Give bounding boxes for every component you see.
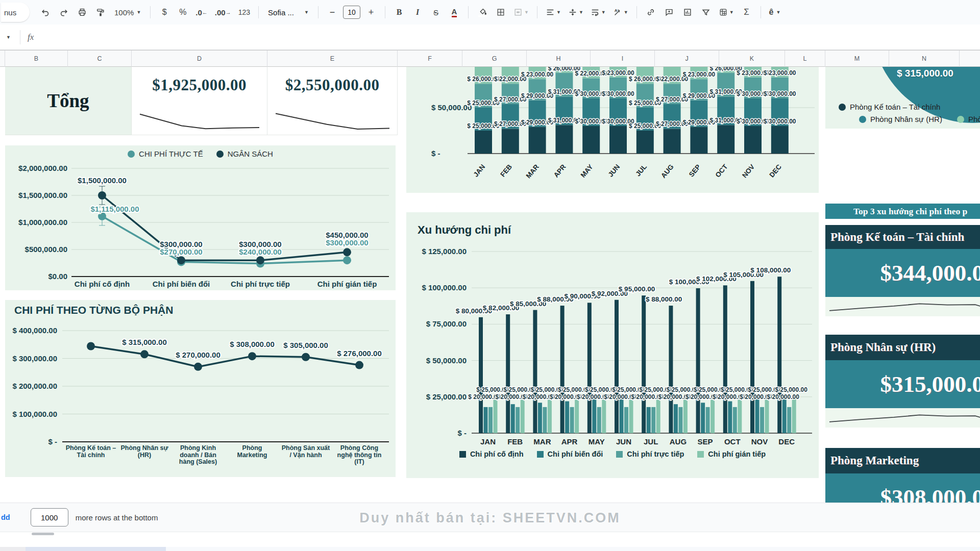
- chart-label: $0.00: [48, 272, 67, 281]
- italic-button[interactable]: I: [410, 5, 425, 20]
- increase-decimal-button[interactable]: .00→: [213, 5, 233, 20]
- fill-color-button[interactable]: [475, 5, 490, 20]
- decrease-decimal-button[interactable]: .0←: [193, 5, 210, 20]
- divider: [761, 6, 761, 18]
- more-formats-button[interactable]: 123: [236, 5, 252, 20]
- text-color-button[interactable]: A: [447, 5, 462, 20]
- column-header-H[interactable]: H: [527, 51, 591, 67]
- column-headers: BCDEFGHIJKLMN: [0, 50, 980, 67]
- font-select[interactable]: Sofia ... ▼: [265, 8, 312, 17]
- x-tick: FEB: [499, 163, 513, 179]
- chart-label: $ 25,000.00: [775, 386, 807, 393]
- chart-label: $ 23,000.00: [764, 69, 796, 77]
- department-share-chart[interactable]: $ 315,000.00 Phòng Kế toán – Tài chínhPh…: [825, 67, 980, 129]
- formula-bar[interactable]: ▼ fx: [0, 24, 980, 50]
- increase-font-size-button[interactable]: +: [363, 5, 379, 20]
- font-name: Sofia ...: [268, 8, 294, 17]
- column-header-D[interactable]: D: [132, 51, 267, 67]
- watermark: Duy nhất bán tại: SHEETVN.COM: [0, 510, 980, 526]
- total-actual-cell[interactable]: $1,925,000.00: [132, 67, 267, 135]
- total-budget-cell[interactable]: $2,550,000.00: [267, 67, 398, 135]
- column-header-K[interactable]: K: [719, 51, 785, 67]
- legend-square-icon: [537, 451, 544, 458]
- bar: [511, 404, 515, 433]
- merge-cells-button[interactable]: ▼: [511, 5, 531, 20]
- text-rotation-button[interactable]: A▼: [611, 5, 630, 20]
- bar: [738, 397, 742, 433]
- column-header-J[interactable]: J: [655, 51, 719, 67]
- tab-strip-corner: [0, 547, 26, 551]
- bar: [669, 306, 673, 433]
- format-currency-button[interactable]: $: [157, 5, 172, 20]
- totals-label-cell[interactable]: Tổng: [5, 67, 132, 135]
- chart-label: $1,500,000.00: [18, 191, 67, 199]
- decrease-font-size-button[interactable]: −: [325, 5, 340, 20]
- x-tick: DEC: [768, 163, 783, 179]
- legend-label: Phòng Nhân sự (HR): [870, 115, 942, 123]
- bar: [506, 314, 510, 433]
- input-tools-button[interactable]: ê▼: [767, 5, 783, 20]
- bar-segment: [475, 131, 492, 154]
- functions-button[interactable]: Σ: [739, 5, 754, 20]
- name-box-chevron-icon[interactable]: ▼: [6, 35, 11, 40]
- chart-label: DEC: [778, 437, 795, 446]
- stacked-monthly-chart[interactable]: $ 50,000.00$ -$ 25,000.00$ 25,000.00$ 26…: [406, 67, 819, 193]
- format-percent-button[interactable]: %: [175, 5, 190, 20]
- chart-label: $ 400,000.00: [12, 326, 57, 335]
- insert-chart-icon[interactable]: [680, 5, 695, 20]
- budget-vs-actual-chart[interactable]: CHI PHÍ THỰC TẾNGÂN SÁCH $2,000,000.00$1…: [5, 145, 396, 290]
- bottom-strip: [0, 532, 980, 547]
- bold-button[interactable]: B: [391, 5, 407, 20]
- horizontal-scrollbar[interactable]: [32, 533, 54, 535]
- pivot-table-button[interactable]: ▼: [717, 5, 736, 20]
- borders-button[interactable]: [493, 5, 508, 20]
- bar: [787, 407, 791, 433]
- sparkline: [140, 114, 259, 129]
- stacked-chart-svg: $ 50,000.00$ -$ 25,000.00$ 25,000.00$ 26…: [406, 67, 819, 193]
- department-costs-chart[interactable]: CHI PHÍ THEO TỪNG BỘ PHẬN $ 400,000.00$ …: [5, 300, 396, 477]
- column-header-N[interactable]: N: [889, 51, 960, 67]
- column-header-F[interactable]: F: [398, 51, 462, 67]
- column-header-B[interactable]: B: [5, 51, 68, 67]
- top3-card[interactable]: Phòng Kế toán – Tài chính $344,000.00: [825, 225, 980, 316]
- chart-label: $240,000.00: [239, 247, 281, 256]
- horizontal-align-button[interactable]: ▼: [544, 5, 563, 20]
- menus-search-fragment[interactable]: nus: [1, 3, 30, 22]
- font-size-input[interactable]: 10: [343, 6, 360, 19]
- dept-chart-svg: $ 400,000.00$ 300,000.00$ 200,000.00$ 10…: [5, 300, 396, 477]
- column-header-G[interactable]: G: [462, 51, 527, 67]
- text-wrap-button[interactable]: ▼: [589, 5, 608, 20]
- bar: [674, 404, 678, 433]
- column-header-L[interactable]: L: [785, 51, 825, 67]
- x-tick: MAY: [579, 163, 595, 179]
- print-icon[interactable]: [75, 5, 90, 20]
- bar: [728, 402, 732, 433]
- cost-trend-chart[interactable]: Xu hướng chi phí $ 125,000.00$ 100,000.0…: [406, 212, 819, 478]
- legend-square-icon: [459, 451, 466, 458]
- insert-comment-icon[interactable]: [662, 5, 677, 20]
- column-header-M[interactable]: M: [825, 51, 889, 67]
- active-sheet-tab[interactable]: [26, 547, 166, 551]
- sheet-grid[interactable]: Tổng $1,925,000.00 $2,550,000.00 $ 50,00…: [0, 67, 980, 503]
- chart-label: $ 315,000.00: [122, 338, 167, 346]
- paint-format-icon[interactable]: [93, 5, 108, 20]
- legend-item: Chi phí biến đổi: [537, 450, 603, 458]
- vertical-align-button[interactable]: ▼: [566, 5, 585, 20]
- chart-label: $ 276,000.00: [337, 349, 382, 358]
- filter-icon[interactable]: [698, 5, 714, 20]
- top3-cards: Phòng Kế toán – Tài chính $344,000.00 Ph…: [825, 225, 980, 541]
- trend-chart-svg: $ 125,000.00$ 100,000.00$ 75,000.00$ 50,…: [406, 212, 819, 478]
- chart-label: hàng (Sales): [179, 458, 217, 465]
- divider: [636, 6, 637, 18]
- column-header-E[interactable]: E: [267, 51, 398, 67]
- chart-label: Chi phí biến đổi: [153, 280, 210, 288]
- column-header-C[interactable]: C: [68, 51, 132, 67]
- bar: [656, 397, 660, 433]
- redo-button[interactable]: [56, 5, 71, 20]
- zoom-select[interactable]: 100% ▼: [111, 8, 144, 17]
- insert-link-icon[interactable]: [643, 5, 658, 20]
- column-header-I[interactable]: I: [591, 51, 655, 67]
- undo-button[interactable]: [38, 5, 53, 20]
- top3-card[interactable]: Phòng Nhân sự (HR) $315,000.00: [825, 335, 980, 428]
- strikethrough-button[interactable]: S: [428, 5, 444, 20]
